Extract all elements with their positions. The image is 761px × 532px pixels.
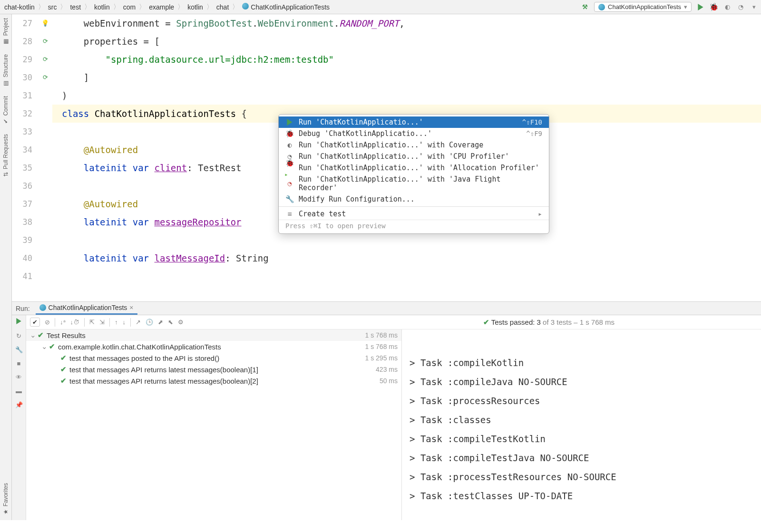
intention-bulb-icon[interactable]: 💡 bbox=[41, 19, 49, 27]
structure-toolwindow-button[interactable]: ▤Structure bbox=[2, 54, 9, 87]
context-menu-hint: Press ⇧⌘I to open preview bbox=[279, 220, 549, 232]
context-menu-item[interactable]: ◔Run 'ChatKotlinApplicatio...' with 'Jav… bbox=[279, 174, 549, 193]
test-passed-icon: ✔ bbox=[60, 365, 67, 374]
test-tree-node[interactable]: ✔test that messages posted to the API is… bbox=[26, 352, 401, 364]
run-tool-window: Run: ChatKotlinApplicationTests × ↻ 🔧 ■ … bbox=[12, 301, 761, 520]
build-icon[interactable]: ⚒ bbox=[581, 3, 589, 11]
context-menu-item[interactable]: Run 'ChatKotlinApplicatio...'^⇧F10 bbox=[279, 116, 549, 128]
alloc-icon: 🐞▶ bbox=[285, 164, 294, 172]
pin-icon[interactable]: 📌 bbox=[15, 401, 23, 408]
breadcrumb-segment[interactable]: ChatKotlinApplicationTests bbox=[241, 2, 331, 12]
breadcrumb-segment[interactable]: src bbox=[47, 2, 59, 12]
test-tree-node[interactable]: ⌄✔com.example.kotlin.chat.ChatKotlinAppl… bbox=[26, 341, 401, 352]
coverage-icon[interactable]: ◐ bbox=[723, 3, 732, 11]
code-editor[interactable]: 272829303132333435363738394041 💡⟳⟳⟳ webE… bbox=[12, 14, 761, 301]
line-number-gutter: 272829303132333435363738394041 bbox=[12, 14, 38, 301]
run-gutter-icon[interactable]: ⟳ bbox=[43, 56, 48, 63]
test-tree-node[interactable]: ✔test that messages API returns latest m… bbox=[26, 364, 401, 375]
left-tool-strip: ▦Project ▤Structure ✔Commit ⇄Pull Reques… bbox=[0, 14, 12, 520]
test-passed-icon: ✔ bbox=[38, 331, 44, 339]
bug-icon: 🐞 bbox=[285, 129, 294, 138]
context-menu-item[interactable]: 🔧Modify Run Configuration... bbox=[279, 193, 549, 205]
run-side-toolbar: ↻ 🔧 ■ 👁 ▬ 📌 bbox=[12, 315, 26, 520]
test-status: ✔ Tests passed: 3 of 3 tests – 1 s 768 m… bbox=[483, 318, 615, 327]
sort-alpha-icon[interactable]: ↓ᵃ bbox=[60, 319, 66, 326]
breadcrumb-segment[interactable]: example bbox=[147, 2, 176, 12]
history-icon[interactable]: 🕒 bbox=[146, 319, 153, 326]
toggle-auto-test-icon[interactable]: 🔧 bbox=[15, 346, 23, 353]
context-menu-create-test[interactable]: ≡Create test▸ bbox=[279, 208, 549, 220]
expand-all-icon[interactable]: ⇱ bbox=[89, 319, 95, 326]
import-icon[interactable]: ⬈ bbox=[158, 319, 163, 326]
profile-icon[interactable]: ◔ bbox=[736, 3, 745, 11]
run-gutter-icon[interactable]: ⟳ bbox=[43, 74, 48, 81]
run-configuration-selector[interactable]: ChatKotlinApplicationTests ▾ bbox=[594, 2, 692, 12]
more-icon[interactable]: ▾ bbox=[750, 3, 758, 11]
test-tree-node[interactable]: ✔test that messages API returns latest m… bbox=[26, 375, 401, 387]
test-passed-icon: ✔ bbox=[60, 354, 67, 362]
breadcrumb-segment[interactable]: com bbox=[122, 2, 137, 12]
jfr-icon: ◔ bbox=[285, 179, 294, 188]
pull-requests-toolwindow-button[interactable]: ⇄Pull Requests bbox=[2, 134, 9, 176]
test-passed-icon: ✔ bbox=[49, 342, 55, 351]
gutter-icons[interactable]: 💡⟳⟳⟳ bbox=[38, 14, 52, 301]
show-icon[interactable]: 👁 bbox=[16, 374, 22, 381]
close-tab-icon[interactable]: × bbox=[129, 304, 133, 311]
cov-icon: ◐ bbox=[285, 141, 294, 149]
run-config-name: ChatKotlinApplicationTests bbox=[608, 3, 681, 10]
run-tabs: Run: ChatKotlinApplicationTests × bbox=[12, 302, 761, 315]
test-tree[interactable]: ⌄✔Test Results1 s 768 ms⌄✔com.example.ko… bbox=[26, 329, 402, 520]
breadcrumb-segment[interactable]: kotlin bbox=[93, 2, 111, 12]
sort-duration-icon[interactable]: ↓⏱ bbox=[70, 319, 80, 326]
breadcrumb: chat-kotlin〉src〉test〉kotlin〉com〉example〉… bbox=[3, 2, 331, 12]
breadcrumb-segment[interactable]: kotlin bbox=[186, 2, 205, 12]
commit-toolwindow-button[interactable]: ✔Commit bbox=[2, 96, 9, 125]
settings-icon[interactable]: ⚙ bbox=[178, 319, 184, 326]
run-gutter-icon[interactable]: ⟳ bbox=[43, 38, 48, 45]
test-passed-icon: ✔ bbox=[60, 377, 67, 385]
project-toolwindow-button[interactable]: ▦Project bbox=[2, 18, 9, 45]
context-menu-item[interactable]: ◐Run 'ChatKotlinApplicatio...' with Cove… bbox=[279, 139, 549, 151]
wrench-icon: 🔧 bbox=[285, 195, 294, 203]
collapse-all-icon[interactable]: ⇲ bbox=[99, 319, 105, 326]
play-icon bbox=[285, 118, 294, 126]
open-icon[interactable]: ⬉ bbox=[168, 319, 173, 326]
run-context-menu[interactable]: Run 'ChatKotlinApplicatio...'^⇧F10🐞Debug… bbox=[278, 114, 549, 234]
console-output[interactable]: > Task :compileKotlin > Task :compileJav… bbox=[402, 329, 761, 520]
rerun-failed-icon[interactable]: ↻ bbox=[16, 332, 21, 339]
favorites-toolwindow-button[interactable]: ★Favorites bbox=[2, 483, 9, 515]
rerun-icon[interactable] bbox=[16, 318, 22, 326]
breadcrumb-segment[interactable]: chat bbox=[215, 2, 230, 12]
run-label: Run: bbox=[16, 305, 30, 312]
show-ignored-icon[interactable]: ⊘ bbox=[45, 319, 50, 326]
create-test-icon: ≡ bbox=[285, 210, 294, 218]
breadcrumb-segment[interactable]: test bbox=[68, 2, 82, 12]
kotlin-file-icon bbox=[242, 3, 249, 10]
run-tab[interactable]: ChatKotlinApplicationTests × bbox=[36, 302, 137, 315]
test-tree-node[interactable]: ⌄✔Test Results1 s 768 ms bbox=[26, 329, 401, 341]
show-passed-icon[interactable]: ✔ bbox=[30, 318, 40, 327]
export-icon[interactable]: ↗ bbox=[136, 319, 141, 326]
test-toolbar: ✔ ⊘ ↓ᵃ ↓⏱ ⇱ ⇲ ↑ ↓ ↗ 🕒 ⬈ ⬉ ⚙ bbox=[26, 315, 761, 329]
test-config-icon bbox=[39, 304, 46, 311]
layout-icon[interactable]: ▬ bbox=[16, 387, 22, 395]
top-toolbar: chat-kotlin〉src〉test〉kotlin〉com〉example〉… bbox=[0, 0, 761, 14]
stop-icon[interactable]: ■ bbox=[17, 360, 21, 367]
run-icon[interactable] bbox=[696, 3, 705, 11]
test-config-icon bbox=[598, 4, 605, 10]
context-menu-item[interactable]: 🐞Debug 'ChatKotlinApplicatio...'^⇧F9 bbox=[279, 128, 549, 139]
debug-icon[interactable]: 🐞 bbox=[710, 3, 718, 11]
breadcrumb-segment[interactable]: chat-kotlin bbox=[3, 2, 36, 12]
submenu-arrow-icon: ▸ bbox=[538, 210, 542, 218]
context-menu-item[interactable]: 🐞▶Run 'ChatKotlinApplicatio...' with 'Al… bbox=[279, 162, 549, 174]
context-menu-item[interactable]: ◔Run 'ChatKotlinApplicatio...' with 'CPU… bbox=[279, 151, 549, 162]
prev-icon[interactable]: ↑ bbox=[115, 319, 118, 326]
next-icon[interactable]: ↓ bbox=[123, 319, 126, 326]
chevron-down-icon: ▾ bbox=[684, 3, 687, 10]
